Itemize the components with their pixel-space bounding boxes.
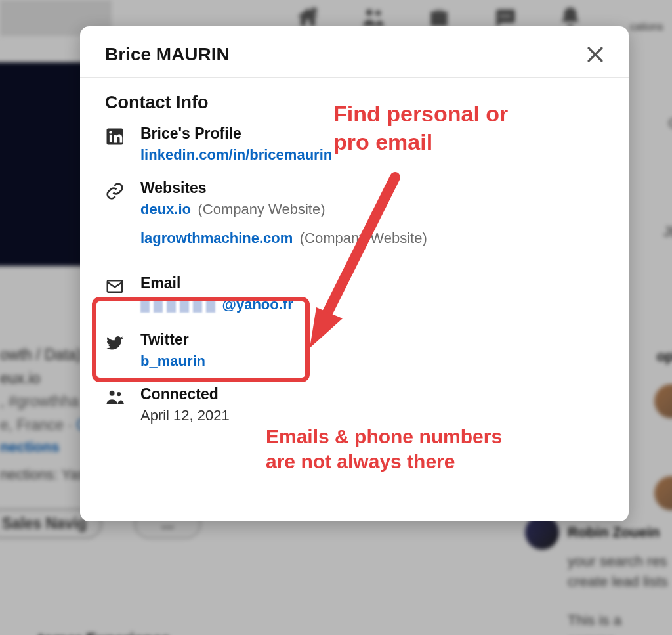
redacted-email-local [140, 298, 219, 315]
email-value[interactable]: @yahoo.fr [140, 296, 604, 315]
profile-url[interactable]: linkedin.com/in/bricemaurin [140, 146, 332, 163]
modal-title: Brice MAURIN [105, 44, 230, 65]
connected-label: Connected [140, 385, 604, 403]
modal-header: Brice MAURIN [80, 26, 629, 78]
websites-section: Websites deux.io (Company Website) lagro… [105, 179, 604, 259]
contact-info-modal: Brice MAURIN Contact Info Brice's Profil… [80, 26, 629, 521]
twitter-handle[interactable]: b_maurin [140, 353, 205, 369]
twitter-label: Twitter [140, 331, 604, 349]
svg-rect-9 [110, 135, 112, 142]
email-domain[interactable]: @yahoo.fr [222, 296, 293, 313]
twitter-section: Twitter b_maurin [105, 331, 604, 370]
close-icon[interactable] [584, 43, 606, 66]
link-icon [105, 181, 125, 201]
website-note: (Company Website) [300, 230, 427, 246]
people-icon [105, 387, 125, 407]
svg-point-10 [110, 131, 113, 134]
svg-point-13 [117, 392, 121, 396]
email-label: Email [140, 274, 604, 292]
websites-label: Websites [140, 179, 604, 197]
profile-section: Brice's Profile linkedin.com/in/bricemau… [105, 125, 604, 164]
email-section: Email @yahoo.fr [105, 274, 604, 315]
twitter-icon [105, 333, 125, 353]
modal-body: Contact Info Brice's Profile linkedin.co… [80, 78, 629, 447]
contact-info-heading: Contact Info [105, 93, 604, 113]
website-link[interactable]: lagrowthmachine.com [140, 230, 293, 246]
mail-icon [105, 276, 125, 296]
website-link[interactable]: deux.io [140, 201, 191, 217]
website-note: (Company Website) [198, 201, 325, 217]
profile-label: Brice's Profile [140, 125, 604, 142]
connected-section: Connected April 12, 2021 [105, 385, 604, 424]
connected-date: April 12, 2021 [140, 407, 604, 424]
svg-point-12 [110, 391, 115, 396]
linkedin-icon [105, 127, 125, 146]
